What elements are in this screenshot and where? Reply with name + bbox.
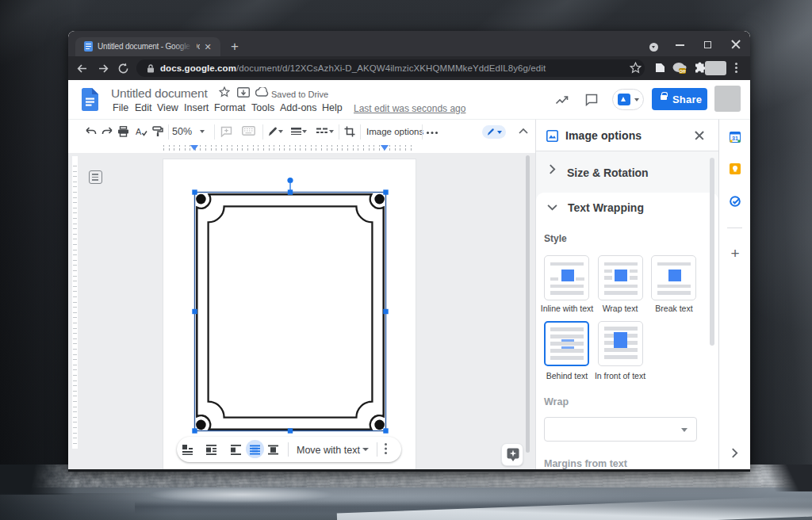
svg-text:Off: Off — [680, 69, 686, 74]
svg-text:31: 31 — [732, 136, 738, 141]
svg-text:A: A — [136, 127, 142, 136]
